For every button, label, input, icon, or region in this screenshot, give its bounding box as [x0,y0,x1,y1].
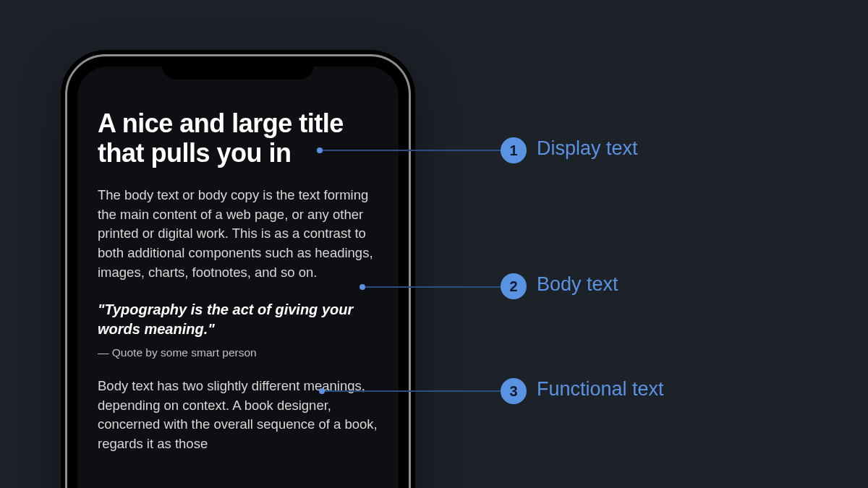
annotation-dot-3 [319,388,325,394]
phone-screen: A nice and large title that pulls you in… [77,67,399,488]
annotation-badge-1: 1 [501,137,527,163]
annotation-dot-1 [317,147,323,153]
annotation-label-3: Functional text [537,378,664,401]
annotation-dot-2 [359,284,365,290]
quote-text: "Typography is the act of giving your wo… [98,300,378,339]
annotation-line-3 [325,390,501,392]
annotation-label-2: Body text [537,273,618,296]
body-paragraph-2: Body text has two slightly different mea… [98,377,378,454]
display-title: A nice and large title that pulls you in [98,108,378,168]
annotation-line-2 [365,286,501,288]
phone-notch [162,56,314,80]
annotation-label-1: Display text [537,137,638,160]
annotation-number-2: 2 [509,278,517,295]
phone-frame: A nice and large title that pulls you in… [65,54,411,488]
annotation-badge-2: 2 [501,273,527,299]
quote-attribution: — Quote by some smart person [98,346,378,359]
body-paragraph-1: The body text or body copy is the text f… [98,186,378,283]
annotation-number-1: 1 [509,142,517,159]
annotation-line-1 [323,150,501,151]
annotation-badge-3: 3 [501,378,527,404]
annotation-number-3: 3 [509,383,517,400]
